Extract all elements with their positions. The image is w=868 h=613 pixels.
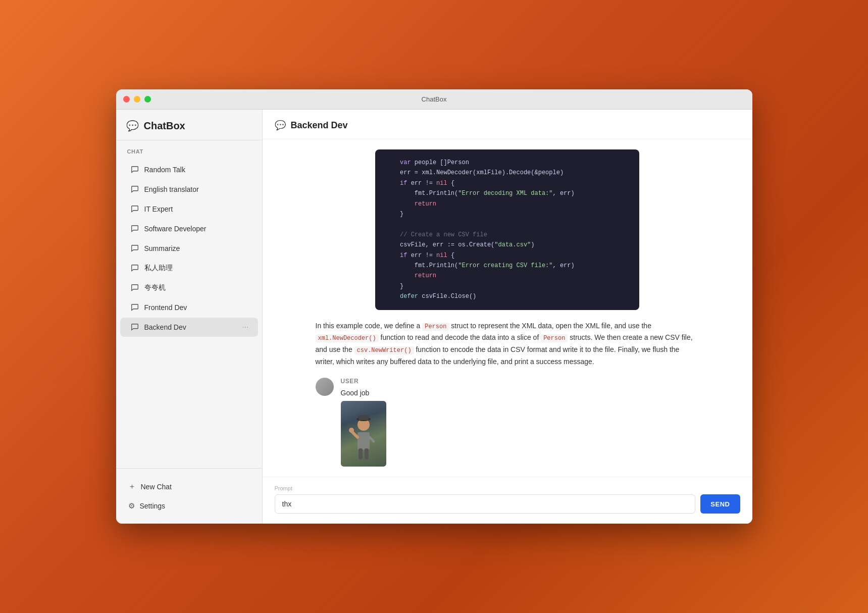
chat-icon [130,283,139,292]
svg-line-6 [370,437,374,441]
chat-list: Random Talk ··· English translator ··· I… [116,158,262,468]
inline-code-person-2: Person [541,334,568,342]
chat-icon [130,205,139,214]
code-block: var people []Person err = xml.NewDecoder… [375,149,639,310]
content-header-title: Backend Dev [291,120,348,131]
chat-item-label: 夸夸机 [144,283,240,292]
sidebar: 💬 ChatBox CHAT Random Talk ··· English t… [116,110,263,524]
chat-icon [130,264,139,273]
sidebar-item-private-assistant[interactable]: 私人助理 ··· [120,259,258,278]
prompt-label: Prompt [275,485,740,491]
chat-icon [130,224,139,233]
close-button[interactable] [123,96,130,103]
image-placeholder [341,401,386,467]
sidebar-item-random-talk[interactable]: Random Talk ··· [120,160,258,179]
window-title: ChatBox [422,95,447,103]
chat-icon [130,303,139,312]
chat-icon [130,244,139,253]
chat-item-label: Frontend Dev [144,303,240,312]
chat-icon [130,323,139,332]
prompt-input[interactable] [275,494,696,514]
app-name: ChatBox [144,120,185,132]
svg-rect-8 [365,448,369,459]
new-chat-label: New Chat [141,483,172,491]
sidebar-item-frontend-dev[interactable]: Frontend Dev ··· [120,298,258,317]
svg-rect-0 [358,432,370,450]
chat-icon [130,165,139,174]
svg-rect-7 [359,448,363,459]
chat-item-more-button[interactable]: ··· [240,323,250,332]
input-area: Prompt SEND [263,477,752,524]
user-content: USER Good job [341,378,386,467]
minimize-button[interactable] [134,96,140,103]
gear-icon: ⚙ [128,501,135,510]
inline-code-person: Person [422,323,449,331]
chatbox-icon: 💬 [126,120,139,132]
assistant-message-text: In this example code, we define a Person… [316,320,699,368]
chat-item-label: Summarize [144,244,240,252]
sidebar-item-it-expert[interactable]: IT Expert ··· [120,199,258,219]
sidebar-footer: ＋ New Chat ⚙ Settings [116,468,262,524]
settings-label: Settings [140,502,166,510]
app-window: ChatBox 💬 ChatBox CHAT Random Talk ··· E [116,89,752,524]
thumbs-up-figure [348,407,379,463]
sidebar-item-software-developer[interactable]: Software Developer ··· [120,219,258,238]
user-avatar [316,378,334,396]
user-text: Good job [341,389,386,397]
sidebar-item-english-translator[interactable]: English translator ··· [120,180,258,199]
send-button[interactable]: SEND [700,494,740,514]
main-layout: 💬 ChatBox CHAT Random Talk ··· English t… [116,110,752,524]
svg-point-5 [349,428,354,433]
user-label: USER [341,378,386,385]
input-row: SEND [275,494,740,514]
window-controls [123,96,151,103]
chat-item-label: Random Talk [144,166,240,174]
sidebar-header: 💬 ChatBox [116,110,262,140]
chat-item-label: IT Expert [144,205,240,213]
user-uploaded-image [341,401,386,467]
inline-code-xml-decoder: xml.NewDecoder() [316,334,379,342]
maximize-button[interactable] [144,96,151,103]
user-message: USER Good job [316,378,699,467]
avatar-image [316,378,334,396]
sidebar-item-praise-machine[interactable]: 夸夸机 ··· [120,278,258,297]
messages-area[interactable]: var people []Person err = xml.NewDecoder… [263,139,752,477]
chat-section-label: CHAT [116,140,262,158]
svg-rect-3 [359,415,369,420]
chat-item-label: Software Developer [144,225,240,233]
sidebar-item-backend-dev[interactable]: Backend Dev ··· [120,318,258,337]
content-header-icon: 💬 [275,120,286,131]
chat-item-label: 私人助理 [144,264,240,273]
content-area: 💬 Backend Dev var people []Person err = … [263,110,752,524]
chat-item-label: Backend Dev [144,323,240,331]
plus-icon: ＋ [128,482,136,491]
new-chat-button[interactable]: ＋ New Chat [122,477,256,496]
inline-code-csv-writer: csv.NewWriter() [354,346,414,354]
content-header: 💬 Backend Dev [263,110,752,139]
chat-icon [130,185,139,194]
titlebar: ChatBox [116,89,752,110]
chat-item-label: English translator [144,185,240,193]
settings-button[interactable]: ⚙ Settings [122,496,256,516]
sidebar-item-summarize[interactable]: Summarize ··· [120,239,258,258]
